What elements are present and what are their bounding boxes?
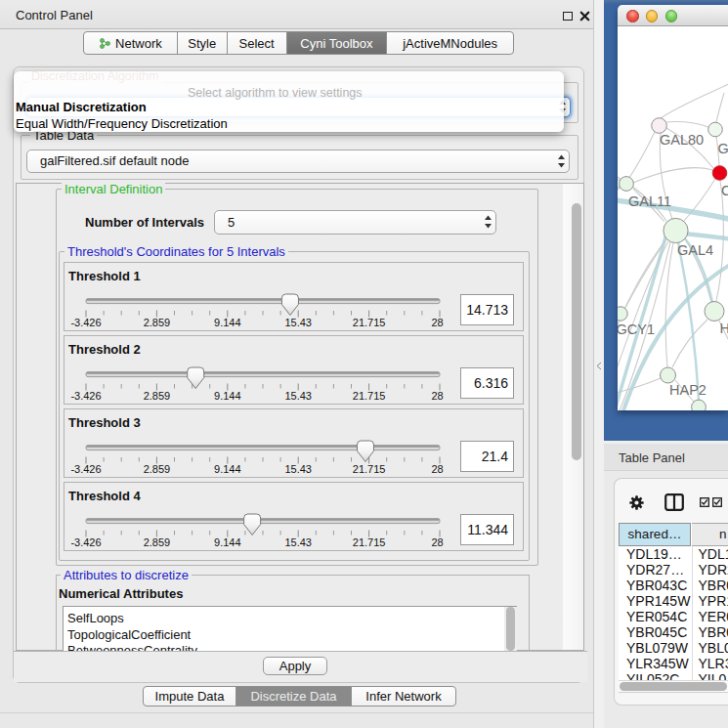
svg-text:9.144: 9.144 xyxy=(214,390,241,402)
svg-text:-3.426: -3.426 xyxy=(70,536,101,548)
svg-text:-3.426: -3.426 xyxy=(70,390,101,402)
svg-text:15.43: 15.43 xyxy=(284,536,312,548)
svg-text:GAL11: GAL11 xyxy=(628,193,671,209)
svg-text:2.859: 2.859 xyxy=(144,390,171,402)
svg-text:GAL4: GAL4 xyxy=(677,242,713,258)
svg-text:CO: CO xyxy=(721,183,728,198)
svg-text:2.859: 2.859 xyxy=(144,463,171,475)
svg-text:21.715: 21.715 xyxy=(353,463,386,475)
svg-text:15.43: 15.43 xyxy=(284,317,312,328)
svg-text:GAL80: GAL80 xyxy=(660,132,704,148)
svg-text:15.43: 15.43 xyxy=(284,463,312,475)
svg-text:-3.426: -3.426 xyxy=(70,317,101,328)
svg-text:HAP2: HAP2 xyxy=(669,382,707,398)
svg-text:21.715: 21.715 xyxy=(353,536,386,548)
svg-text:GAL: GAL xyxy=(718,141,728,156)
svg-text:GCY1: GCY1 xyxy=(618,321,655,337)
svg-text:9.144: 9.144 xyxy=(214,463,241,475)
svg-text:2.859: 2.859 xyxy=(144,536,171,548)
svg-text:-3.426: -3.426 xyxy=(70,463,101,475)
svg-text:28: 28 xyxy=(431,317,443,328)
svg-text:28: 28 xyxy=(431,390,443,402)
svg-text:21.715: 21.715 xyxy=(353,317,386,328)
svg-text:15.43: 15.43 xyxy=(284,390,312,402)
svg-text:9.144: 9.144 xyxy=(214,536,241,548)
svg-text:28: 28 xyxy=(431,536,443,548)
svg-text:28: 28 xyxy=(431,463,443,475)
svg-text:21.715: 21.715 xyxy=(353,390,386,402)
svg-text:2.859: 2.859 xyxy=(144,317,171,328)
svg-text:HX: HX xyxy=(720,321,728,336)
svg-text:9.144: 9.144 xyxy=(214,317,241,328)
